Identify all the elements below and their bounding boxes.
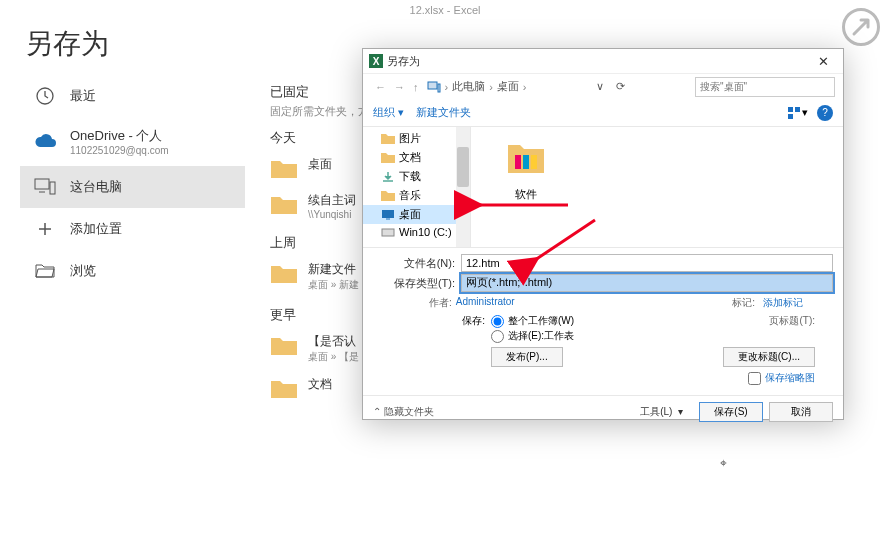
sidebar-add-place[interactable]: 添加位置 (20, 208, 245, 250)
sidebar-label: 最近 (70, 87, 96, 105)
sidebar-onedrive[interactable]: OneDrive - 个人 1102251029@qq.com (20, 117, 245, 166)
svg-rect-2 (50, 182, 55, 194)
save-button[interactable]: 保存(S) (699, 402, 763, 422)
save-sidebar: 最近 OneDrive - 个人 1102251029@qq.com 这台电脑 … (20, 75, 245, 292)
save-as-dialog: X 另存为 ✕ ← → ↑ › 此电脑 › 桌面 › ∨ ⟳ 组织 ▾ 新建文件… (362, 48, 844, 420)
folder-icon (270, 378, 298, 400)
author-label: 作者: (429, 296, 452, 310)
tree-pictures[interactable]: 图片 (363, 129, 470, 148)
radio-selected-sheet[interactable]: 选择(E):工作表 (491, 329, 574, 343)
folder-icon (270, 335, 298, 357)
svg-rect-10 (382, 210, 394, 218)
search-input[interactable] (695, 77, 835, 97)
close-button[interactable]: ✕ (803, 49, 843, 73)
save-thumbnail-checkbox[interactable]: 保存缩略图 (748, 371, 815, 385)
svg-rect-5 (428, 82, 437, 89)
refresh-button[interactable]: ⟳ (610, 80, 631, 93)
pagetitle-label: 页标题(T): (769, 314, 815, 328)
app-titlebar: 12.xlsx - Excel (0, 0, 890, 20)
cloud-icon (34, 131, 56, 153)
breadcrumb[interactable]: 桌面 (493, 79, 523, 94)
clock-icon (34, 85, 56, 107)
filetype-label: 保存类型(T): (373, 276, 461, 291)
sidebar-browse[interactable]: 浏览 (20, 250, 245, 292)
folder-tree: 图片 文档 下载 音乐 桌面 Win10 (C:) (363, 127, 471, 247)
folder-icon (270, 158, 298, 180)
desktop-icon (381, 209, 395, 221)
dialog-footer: ⌃ 隐藏文件夹 工具(L) ▾ 保存(S) 取消 (363, 395, 843, 427)
tree-desktop[interactable]: 桌面 (363, 205, 470, 224)
corner-badge (842, 8, 880, 46)
tools-menu[interactable]: 工具(L) ▾ (640, 405, 683, 419)
folder-open-icon (34, 260, 56, 282)
breadcrumb[interactable]: 此电脑 (448, 79, 489, 94)
sidebar-label: OneDrive - 个人 (70, 128, 162, 143)
sidebar-this-pc[interactable]: 这台电脑 (20, 166, 245, 208)
refresh-button[interactable]: ∨ (590, 80, 610, 93)
tag-label: 标记: (732, 296, 755, 310)
svg-text:X: X (373, 56, 380, 67)
filename-input[interactable] (461, 254, 833, 272)
view-mode-button[interactable]: ▾ (787, 104, 809, 122)
scrollbar[interactable] (456, 127, 470, 247)
dialog-navbar: ← → ↑ › 此电脑 › 桌面 › ∨ ⟳ (363, 73, 843, 99)
pc-icon (427, 80, 441, 94)
drive-icon (381, 226, 395, 238)
folder-icon (270, 263, 298, 285)
tag-value[interactable]: 添加标记 (763, 296, 803, 310)
sidebar-recent[interactable]: 最近 (20, 75, 245, 117)
tree-music[interactable]: 音乐 (363, 186, 470, 205)
nav-back[interactable]: ← (371, 81, 390, 93)
hide-folders-toggle[interactable]: ⌃ 隐藏文件夹 (373, 405, 434, 419)
pc-icon (34, 176, 56, 198)
svg-rect-14 (531, 155, 537, 169)
cursor-icon: ⌖ (720, 456, 727, 470)
nav-up[interactable]: ↑ (409, 81, 423, 93)
folder-icon (381, 133, 395, 145)
svg-rect-8 (795, 107, 800, 112)
dialog-toolbar: 组织 ▾ 新建文件夹 ▾ ? (363, 99, 843, 127)
page-title: 另存为 (25, 25, 109, 63)
filetype-combo[interactable]: 网页(*.htm;*.html) (461, 274, 833, 292)
cancel-button[interactable]: 取消 (769, 402, 833, 422)
tree-win10c[interactable]: Win10 (C:) (363, 224, 470, 240)
svg-rect-6 (438, 84, 440, 92)
author-value[interactable]: Administrator (456, 296, 515, 310)
tree-downloads[interactable]: 下载 (363, 167, 470, 186)
file-software-folder[interactable]: 软件 (481, 137, 571, 237)
save-scope-label: 保存: (373, 314, 491, 343)
plus-icon (34, 218, 56, 240)
folder-icon (505, 137, 547, 179)
music-icon (381, 190, 395, 202)
svg-rect-13 (523, 155, 529, 169)
svg-rect-1 (35, 179, 49, 189)
svg-rect-11 (382, 229, 394, 236)
help-button[interactable]: ? (817, 105, 833, 121)
svg-rect-12 (515, 155, 521, 169)
tree-documents[interactable]: 文档 (363, 148, 470, 167)
svg-rect-7 (788, 107, 793, 112)
dialog-titlebar: X 另存为 ✕ (363, 49, 843, 73)
folder-icon (270, 194, 298, 216)
filename-label: 文件名(N): (373, 256, 461, 271)
organize-button[interactable]: 组织 ▾ (373, 105, 404, 120)
nav-forward[interactable]: → (390, 81, 409, 93)
radio-whole-workbook[interactable]: 整个工作簿(W) (491, 314, 574, 328)
new-folder-button[interactable]: 新建文件夹 (416, 105, 471, 120)
change-title-button[interactable]: 更改标题(C)... (723, 347, 815, 367)
dialog-form: 文件名(N): 保存类型(T): 网页(*.htm;*.html) 作者: Ad… (363, 247, 843, 395)
download-icon (381, 171, 395, 183)
sidebar-label: 添加位置 (70, 220, 122, 238)
sidebar-label: 这台电脑 (70, 178, 122, 196)
excel-icon: X (369, 54, 383, 68)
folder-icon (381, 152, 395, 164)
svg-rect-9 (788, 114, 793, 119)
publish-button[interactable]: 发布(P)... (491, 347, 563, 367)
sidebar-sublabel: 1102251029@qq.com (70, 145, 169, 156)
sidebar-label: 浏览 (70, 262, 96, 280)
file-view: 软件 (471, 127, 843, 247)
